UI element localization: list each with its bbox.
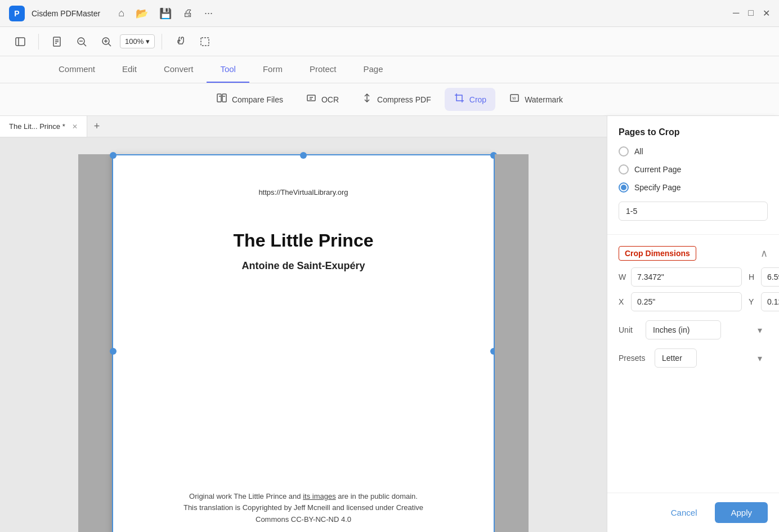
- pdf-footer: Original work The Little Prince and its …: [183, 491, 423, 526]
- extract-icon-button[interactable]: [46, 32, 68, 52]
- zoom-out-button[interactable]: [70, 32, 93, 52]
- y-row: Y: [749, 292, 779, 311]
- ocr-button[interactable]: OCR: [297, 88, 348, 111]
- document-area: The Lit... Prince * ✕ +: [0, 116, 607, 532]
- cancel-button[interactable]: Cancel: [660, 502, 709, 523]
- radio-circle-current: [619, 164, 629, 175]
- app-logo: P: [9, 6, 25, 21]
- svg-rect-18: [307, 95, 315, 101]
- grey-margin-right: [495, 154, 529, 532]
- presets-row: Presets Letter A4 Legal Custom: [607, 348, 779, 379]
- compare-icon: [216, 92, 227, 106]
- panel-footer: Cancel Apply: [607, 493, 779, 532]
- print-icon[interactable]: 🖨: [183, 7, 193, 20]
- width-input[interactable]: [631, 267, 742, 287]
- pan-tool-button[interactable]: [169, 32, 191, 52]
- sidebar-toggle-button[interactable]: [9, 32, 32, 52]
- crop-handle-tm[interactable]: [300, 152, 307, 159]
- unit-select-wrapper: Inches (in) Centimeters (cm) Millimeters…: [646, 320, 768, 339]
- h-label: H: [749, 272, 758, 281]
- unit-row: Unit Inches (in) Centimeters (cm) Millim…: [607, 320, 779, 348]
- folder-icon[interactable]: 📂: [136, 7, 148, 20]
- underlined-text: its images: [303, 492, 336, 500]
- close-button[interactable]: ✕: [763, 8, 770, 19]
- grey-margin-left: [78, 154, 112, 532]
- close-tab-button[interactable]: ✕: [72, 123, 78, 131]
- radio-specify-page[interactable]: Specify Page: [619, 182, 768, 193]
- nav-tabs: Comment Edit Convert Tool Form Protect P…: [0, 56, 779, 83]
- subtoolbar: Compare Files OCR Compress PDF Crop: [0, 83, 779, 116]
- maximize-button[interactable]: □: [748, 8, 754, 19]
- radio-group: All Current Page Specify Page: [619, 146, 768, 193]
- separator: [38, 34, 39, 50]
- width-row: W: [619, 267, 742, 287]
- minimize-button[interactable]: ─: [733, 8, 739, 19]
- more-icon[interactable]: ···: [204, 7, 213, 20]
- save-icon[interactable]: 💾: [159, 7, 172, 20]
- unit-select[interactable]: Inches (in) Centimeters (cm) Millimeters…: [646, 320, 721, 339]
- specify-page-input[interactable]: [619, 202, 768, 221]
- pdf-author: Antoine de Saint-Exupéry: [241, 260, 365, 272]
- svg-rect-15: [222, 94, 226, 102]
- w-label: W: [619, 272, 628, 281]
- document-tab[interactable]: The Lit... Prince * ✕: [0, 116, 87, 137]
- tab-comment[interactable]: Comment: [45, 56, 109, 83]
- dimensions-grid: W H X Y: [607, 267, 779, 320]
- selection-tool-button[interactable]: [194, 32, 216, 52]
- document-tab-name: The Lit... Prince *: [9, 122, 65, 131]
- height-row: H: [749, 267, 779, 287]
- home-icon[interactable]: ⌂: [118, 7, 124, 20]
- pdf-title: The Little Prince: [234, 230, 374, 251]
- add-tab-button[interactable]: +: [87, 116, 107, 137]
- document-tabs: The Lit... Prince * ✕ +: [0, 116, 607, 137]
- x-input[interactable]: [631, 292, 742, 311]
- presets-select-wrapper: Letter A4 Legal Custom: [655, 348, 768, 368]
- watermark-icon: W: [509, 92, 520, 106]
- presets-select[interactable]: Letter A4 Legal Custom: [655, 348, 697, 368]
- svg-rect-14: [217, 94, 221, 102]
- unit-label: Unit: [619, 325, 639, 334]
- collapse-button[interactable]: ∧: [760, 247, 768, 260]
- crop-button[interactable]: Crop: [445, 88, 495, 111]
- radio-current-page[interactable]: Current Page: [619, 164, 768, 175]
- divider: [607, 234, 779, 235]
- compress-icon: [361, 92, 373, 106]
- svg-rect-13: [201, 38, 209, 46]
- app-name: Cisdem PDFMaster: [32, 9, 100, 18]
- crop-dimensions-header: Crop Dimensions ∧: [607, 237, 779, 267]
- main-area: The Lit... Prince * ✕ +: [0, 116, 779, 532]
- compare-files-button[interactable]: Compare Files: [207, 88, 292, 111]
- panel-title: Pages to Crop: [619, 127, 768, 137]
- tab-form[interactable]: Form: [249, 56, 296, 83]
- titlebar-icons: ⌂ 📂 💾 🖨 ···: [118, 7, 213, 20]
- tab-tool[interactable]: Tool: [207, 56, 249, 83]
- svg-rect-0: [16, 38, 25, 46]
- tab-protect[interactable]: Protect: [296, 56, 350, 83]
- x-row: X: [619, 292, 742, 311]
- watermark-button[interactable]: W Watermark: [500, 88, 572, 111]
- tab-convert[interactable]: Convert: [150, 56, 207, 83]
- titlebar: P Cisdem PDFMaster ⌂ 📂 💾 🖨 ··· ─ □ ✕: [0, 0, 779, 27]
- crop-overlay: [112, 154, 495, 532]
- radio-all[interactable]: All: [619, 146, 768, 157]
- y-label: Y: [749, 297, 758, 306]
- zoom-in-button[interactable]: [95, 32, 118, 52]
- height-input[interactable]: [761, 267, 779, 287]
- pdf-page: https://TheVirtualLibrary.org The Little…: [112, 154, 495, 532]
- y-input[interactable]: [761, 292, 779, 311]
- apply-button[interactable]: Apply: [715, 502, 768, 523]
- ocr-icon: [306, 92, 317, 106]
- tab-edit[interactable]: Edit: [109, 56, 150, 83]
- pages-to-crop-section: Pages to Crop All Current Page Specify P…: [607, 116, 779, 232]
- svg-line-7: [84, 43, 87, 46]
- window-controls: ─ □ ✕: [733, 8, 770, 19]
- right-panel: Pages to Crop All Current Page Specify P…: [607, 116, 779, 532]
- separator2: [162, 34, 162, 50]
- toolbar: 100% ▾: [0, 27, 779, 56]
- crop-dimensions-label: Crop Dimensions: [619, 246, 696, 261]
- tab-page[interactable]: Page: [350, 56, 396, 83]
- x-label: X: [619, 297, 628, 306]
- zoom-control[interactable]: 100% ▾: [120, 34, 155, 48]
- compress-button[interactable]: Compress PDF: [352, 88, 440, 111]
- pdf-page-container: https://TheVirtualLibrary.org The Little…: [0, 137, 607, 532]
